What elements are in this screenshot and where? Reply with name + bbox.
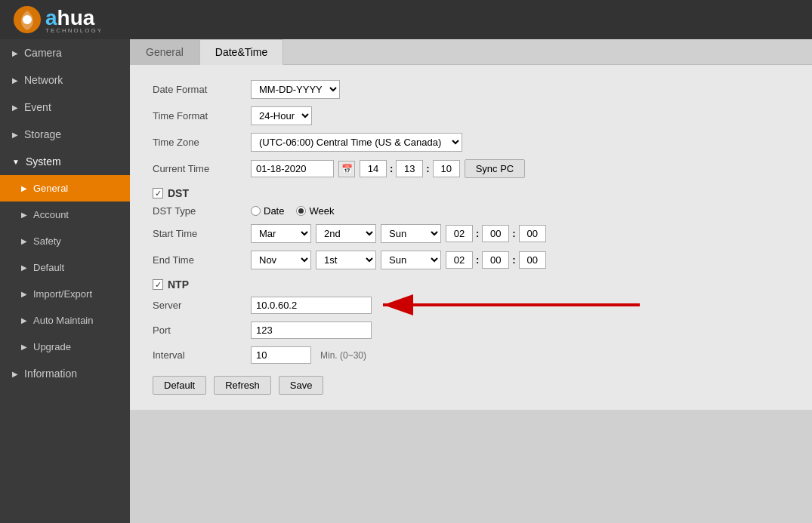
end-time-control: NovJanFeb 1st2nd3rd4th SunMonTueWedThuFr… bbox=[251, 251, 546, 269]
chevron-right-icon-default: ▶ bbox=[21, 263, 27, 272]
dst-section-header: DST bbox=[153, 187, 789, 199]
sidebar-item-event[interactable]: ▶ Event bbox=[0, 94, 130, 121]
end-hour-input[interactable] bbox=[446, 251, 473, 269]
tab-general[interactable]: General bbox=[130, 39, 199, 65]
sidebar-label-automaintain: Auto Maintain bbox=[33, 315, 94, 326]
date-format-control: MM-DD-YYYY DD-MM-YYYY YYYY-MM-DD bbox=[251, 80, 340, 99]
dst-checkbox[interactable] bbox=[153, 188, 163, 198]
sidebar-item-import-export[interactable]: ▶ Import/Export bbox=[0, 281, 130, 307]
chevron-right-icon-importexport: ▶ bbox=[21, 290, 27, 298]
port-control bbox=[251, 321, 372, 339]
sidebar-item-auto-maintain[interactable]: ▶ Auto Maintain bbox=[0, 307, 130, 334]
sidebar-label-importexport: Import/Export bbox=[33, 288, 92, 300]
start-month-select[interactable]: MarJanFeb bbox=[251, 224, 311, 243]
main-layout: ▶ Camera ▶ Network ▶ Event ▶ Storage ▼ S… bbox=[0, 39, 812, 523]
chevron-down-icon-system: ▼ bbox=[12, 158, 20, 166]
date-format-select[interactable]: MM-DD-YYYY DD-MM-YYYY YYYY-MM-DD bbox=[251, 80, 340, 99]
end-sec-input[interactable] bbox=[519, 251, 546, 269]
sidebar-item-network[interactable]: ▶ Network bbox=[0, 66, 130, 94]
end-month-select[interactable]: NovJanFeb bbox=[251, 251, 311, 269]
time-sep-2: : bbox=[426, 163, 429, 174]
sidebar-item-information[interactable]: ▶ Information bbox=[0, 360, 130, 387]
start-time-display: : : bbox=[446, 225, 546, 242]
start-day-select[interactable]: SunMonTueWedThuFriSat bbox=[381, 224, 441, 243]
sidebar-item-general[interactable]: ▶ General bbox=[0, 175, 130, 202]
end-time-label: End Time bbox=[153, 254, 251, 266]
sidebar-item-system[interactable]: ▼ System bbox=[0, 148, 130, 175]
start-week-select[interactable]: 2nd1st3rd4th bbox=[316, 224, 376, 243]
sidebar-item-upgrade[interactable]: ▶ Upgrade bbox=[0, 334, 130, 360]
sidebar-item-account[interactable]: ▶ Account bbox=[0, 202, 130, 228]
start-time-control: MarJanFeb 2nd1st3rd4th SunMonTueWedThuFr… bbox=[251, 224, 546, 243]
chevron-right-icon-general: ▶ bbox=[21, 184, 27, 192]
time-format-label: Time Format bbox=[153, 110, 251, 122]
server-input[interactable] bbox=[251, 297, 372, 314]
date-format-row: Date Format MM-DD-YYYY DD-MM-YYYY YYYY-M… bbox=[153, 80, 789, 99]
start-sep-1: : bbox=[476, 228, 479, 239]
server-control bbox=[251, 297, 372, 314]
current-date-input[interactable] bbox=[251, 160, 334, 177]
start-sep-2: : bbox=[512, 228, 515, 239]
sync-pc-button[interactable]: Sync PC bbox=[465, 159, 526, 178]
content-area: Date Format MM-DD-YYYY DD-MM-YYYY YYYY-M… bbox=[130, 65, 812, 410]
second-input[interactable] bbox=[433, 160, 460, 177]
dst-date-radio[interactable] bbox=[251, 206, 261, 216]
sidebar-label-general: General bbox=[33, 183, 68, 194]
dst-date-option[interactable]: Date bbox=[251, 205, 284, 217]
logo-text: ahua bbox=[45, 6, 94, 29]
chevron-right-icon-upgrade: ▶ bbox=[21, 343, 27, 351]
start-hour-input[interactable] bbox=[446, 225, 473, 242]
calendar-icon[interactable]: 📅 bbox=[338, 161, 355, 177]
interval-control: Min. (0~30) bbox=[251, 346, 366, 364]
sidebar-item-storage[interactable]: ▶ Storage bbox=[0, 121, 130, 148]
refresh-button[interactable]: Refresh bbox=[214, 376, 271, 395]
end-min-input[interactable] bbox=[482, 251, 509, 269]
server-label: Server bbox=[153, 300, 251, 311]
chevron-right-icon-information: ▶ bbox=[12, 370, 18, 378]
interval-input[interactable] bbox=[251, 346, 311, 364]
dst-week-label: Week bbox=[309, 205, 334, 217]
interval-label: Interval bbox=[153, 349, 251, 361]
annotation-arrow bbox=[375, 294, 647, 316]
time-zone-label: Time Zone bbox=[153, 137, 251, 148]
sidebar-item-safety[interactable]: ▶ Safety bbox=[0, 228, 130, 254]
svg-point-1 bbox=[23, 15, 32, 24]
ntp-checkbox[interactable] bbox=[153, 279, 163, 290]
sidebar-label-default: Default bbox=[33, 262, 64, 273]
sidebar-item-camera[interactable]: ▶ Camera bbox=[0, 39, 130, 66]
default-button[interactable]: Default bbox=[153, 376, 206, 395]
end-time-display: : : bbox=[446, 251, 546, 269]
hour-input[interactable] bbox=[360, 160, 387, 177]
sidebar-item-default[interactable]: ▶ Default bbox=[0, 254, 130, 281]
time-sep-1: : bbox=[390, 163, 393, 174]
sidebar-label-camera: Camera bbox=[24, 47, 62, 59]
save-button[interactable]: Save bbox=[279, 376, 324, 395]
sidebar: ▶ Camera ▶ Network ▶ Event ▶ Storage ▼ S… bbox=[0, 39, 130, 523]
start-sec-input[interactable] bbox=[519, 225, 546, 242]
current-time-label: Current Time bbox=[153, 163, 251, 174]
time-zone-select[interactable]: (UTC-06:00) Central Time (US & Canada) bbox=[251, 133, 462, 152]
end-week-select[interactable]: 1st2nd3rd4th bbox=[316, 251, 376, 269]
bottom-buttons: Default Refresh Save bbox=[153, 376, 789, 395]
dst-week-option[interactable]: Week bbox=[296, 205, 334, 217]
sidebar-label-account: Account bbox=[33, 209, 69, 220]
ntp-label: NTP bbox=[168, 278, 189, 291]
tab-bar: General Date&Time bbox=[130, 39, 812, 65]
time-format-row: Time Format 24-Hour 12-Hour bbox=[153, 106, 789, 125]
time-format-select[interactable]: 24-Hour 12-Hour bbox=[251, 106, 312, 125]
port-row: Port bbox=[153, 321, 789, 339]
start-min-input[interactable] bbox=[482, 225, 509, 242]
time-zone-control: (UTC-06:00) Central Time (US & Canada) bbox=[251, 133, 462, 152]
end-day-select[interactable]: SunMonTueWedThuFriSat bbox=[381, 251, 441, 269]
end-sep-2: : bbox=[512, 254, 515, 266]
header: ahua TECHNOLOGY bbox=[0, 0, 812, 39]
chevron-right-icon: ▶ bbox=[12, 49, 18, 57]
time-display: : : bbox=[360, 160, 460, 177]
end-time-row: End Time NovJanFeb 1st2nd3rd4th SunMonTu… bbox=[153, 251, 789, 269]
sidebar-label-upgrade: Upgrade bbox=[33, 341, 71, 352]
tab-datetime[interactable]: Date&Time bbox=[199, 39, 284, 65]
minute-input[interactable] bbox=[396, 160, 423, 177]
chevron-right-icon-account: ▶ bbox=[21, 211, 27, 219]
dst-week-radio[interactable] bbox=[296, 206, 306, 216]
port-input[interactable] bbox=[251, 321, 372, 339]
